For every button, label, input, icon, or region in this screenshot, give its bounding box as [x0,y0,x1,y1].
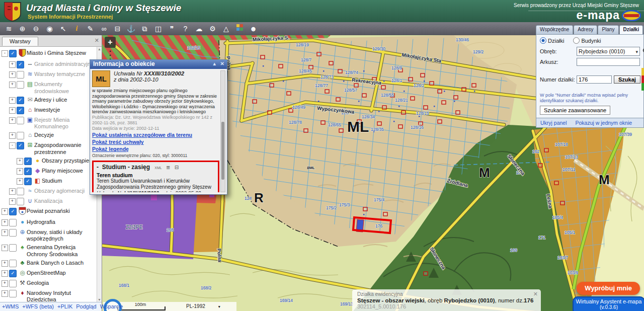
close-icon[interactable]: ✕ [95,37,99,44]
list-icon[interactable]: ≣ [166,165,170,170]
expand-node-icon[interactable]: + [9,107,16,114]
expand-node-icon[interactable]: + [9,198,16,205]
layer-label[interactable]: Warstwy tematyczne [34,70,85,78]
layer-label[interactable]: Miasto i Gmina Stęszew [27,49,86,57]
tab-plany[interactable]: Plany [598,25,618,34]
pointer-icon[interactable]: ↖ [56,22,70,35]
expand-node-icon[interactable]: + [9,97,16,104]
try-me-button[interactable]: Wypróbuj mnie [577,282,640,295]
layer-checkbox[interactable] [9,280,17,287]
annotation-icon[interactable]: ❞ [165,22,179,35]
layer-checkbox[interactable] [9,229,17,237]
tab-działki[interactable]: Działki [619,25,643,34]
expand-node-icon[interactable]: + [17,178,23,185]
expand-node-icon[interactable]: + [2,290,8,297]
layer-checkbox[interactable] [17,117,24,124]
expand-node-icon[interactable]: + [9,117,16,124]
layer-label[interactable]: Hydrografia [27,218,55,226]
layer-checkbox[interactable]: ✓ [17,61,24,68]
show-resolution-link[interactable]: Pokaż treść uchwały [92,139,219,145]
scroll-up-icon[interactable]: ▲ [97,47,102,51]
layer-checkbox[interactable] [9,260,17,267]
layers-icon[interactable]: ≋ [2,22,16,35]
arkusz-input[interactable] [577,58,640,66]
layer-checkbox[interactable]: ✓ [24,158,32,165]
close-icon[interactable]: ✕ [533,291,538,297]
layer-checkbox[interactable] [17,81,24,89]
popup-titlebar[interactable]: Informacja o obiekcie ▴ ✕ [90,60,227,69]
help-icon[interactable]: ? [179,22,192,35]
radio-budynki[interactable]: Budynki [573,38,601,44]
show-legend-link[interactable]: Pokaż legendę [92,146,219,152]
anchor-icon[interactable]: ⚓ [124,22,138,35]
navigate-icon[interactable]: △ [219,22,233,35]
collapse-node-icon[interactable]: - [2,50,8,57]
share-location-icon[interactable]: ☻ [247,22,260,35]
layer-checkbox[interactable] [9,219,17,226]
zoom-in-button[interactable]: + [105,37,116,48]
advanced-search-button[interactable]: Szukanie zaawansowane [540,106,610,115]
zoom-out-icon[interactable]: ⊖ [29,22,43,35]
studium-collapse[interactable]: - [97,164,99,171]
show-details-link[interactable]: Pokaż ustalenia szczegółowe dla terenu [92,132,219,138]
layer-label[interactable]: Obszary aglomeracji [34,187,85,195]
layer-label[interactable]: Dokumenty środowiskowe [34,80,97,95]
select-area-icon[interactable]: ◉ [43,22,56,35]
expand-node-icon[interactable]: + [2,245,8,251]
expand-node-icon[interactable]: + [9,188,16,195]
crs-select[interactable]: PL-1992▾ [186,303,220,309]
virtual-assistant-button[interactable]: Wirtualny Asystent e-mapa (v.0.3.6) [573,296,644,311]
numer-dzialki-input[interactable] [577,75,612,84]
split-view-icon[interactable]: ◫ [151,22,165,35]
scroll-down-icon[interactable]: ▼ [97,298,102,301]
cloud-upload-icon[interactable]: ☁ [192,22,206,35]
layer-label[interactable]: Generalna Dyrekcja Ochrony Środowiska [27,243,92,258]
layer-checkbox[interactable]: ✓ [17,107,24,114]
tab-warstwy[interactable]: Warstwy [2,37,38,46]
expand-node-icon[interactable]: + [2,208,8,215]
layer-label[interactable]: OpenStreetMap [27,269,66,277]
radio-działki[interactable]: Działki [540,38,564,44]
link-icon[interactable]: ∞ [97,22,111,35]
expand-node-icon[interactable]: + [9,132,16,139]
layer-label[interactable]: Geologia [27,279,49,287]
layer-checkbox[interactable] [17,132,24,139]
layer-label[interactable]: Studium [42,177,62,185]
close-icon[interactable]: ✕ [220,61,224,66]
tab-współrzędne[interactable]: Współrzędne [536,25,573,34]
layer-checkbox[interactable]: ✓ [9,50,17,57]
sidebar-footer-link[interactable]: Wsparcie [100,303,123,309]
expand-node-icon[interactable]: + [2,270,8,277]
popup-scrollbar[interactable] [220,70,225,192]
xml-link[interactable]: XML [154,166,162,170]
layer-checkbox[interactable] [9,244,17,252]
layer-checkbox[interactable] [17,71,24,79]
expand-node-icon[interactable]: + [17,158,23,165]
expand-node-icon[interactable]: + [17,168,23,175]
layer-label[interactable]: Rejestr Mienia Komunalnego [34,116,97,131]
zoom-in-icon[interactable]: ⊕ [16,22,29,35]
layer-checkbox[interactable] [17,188,24,195]
layer-checkbox[interactable]: ✓ [9,270,17,277]
settings-icon[interactable]: ⚙ [206,22,219,35]
hide-panel-link[interactable]: Ukryj panel [540,120,567,126]
layer-label[interactable]: Decyzje [34,131,54,139]
print-icon[interactable]: ⊟ [175,165,179,170]
collapse-icon[interactable]: ▴ [213,61,216,66]
layer-label[interactable]: Plany miejscowe [42,167,83,175]
copy-view-icon[interactable]: ⧉ [138,22,151,35]
single-window-link[interactable]: Pokazuj w jednym oknie [575,120,632,126]
sidebar-footer-link[interactable]: +PLIK [57,303,72,309]
layer-label[interactable]: Osnowy, siatki i układy współrzędnych [27,228,92,243]
layer-label[interactable]: Obszary przystąpień [42,157,92,165]
layer-checkbox[interactable]: ✓ [9,208,17,215]
expand-node-icon[interactable]: + [9,82,16,88]
collapse-node-icon[interactable]: - [9,142,16,149]
layer-label[interactable]: Inwestycje [34,106,60,114]
expand-node-icon[interactable]: + [2,229,8,236]
layer-checkbox[interactable]: ✓ [17,97,24,104]
layer-label[interactable]: Bank Danych o Lasach [27,259,84,267]
layer-checkbox[interactable]: ✓ [24,168,32,175]
layer-checkbox[interactable] [17,198,24,205]
layer-label[interactable]: Narodowy Instytut Dziedzictwa [27,289,92,302]
